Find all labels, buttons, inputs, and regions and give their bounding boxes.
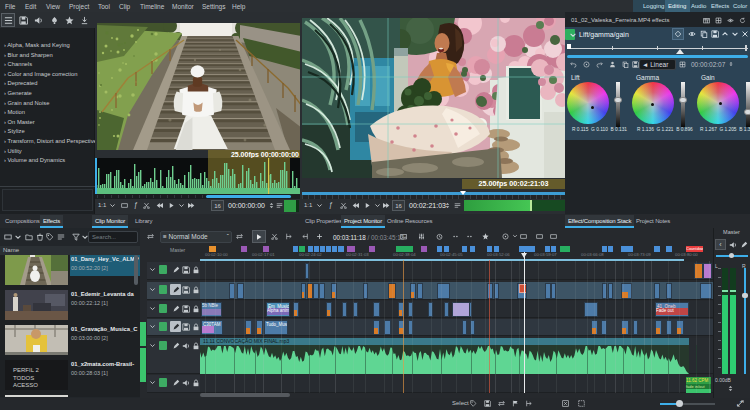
svg-text:TODOS: TODOS (13, 375, 34, 381)
svg-text:ACESSO: ACESSO (13, 382, 38, 388)
svg-text:PERFIL 2: PERFIL 2 (13, 367, 39, 373)
